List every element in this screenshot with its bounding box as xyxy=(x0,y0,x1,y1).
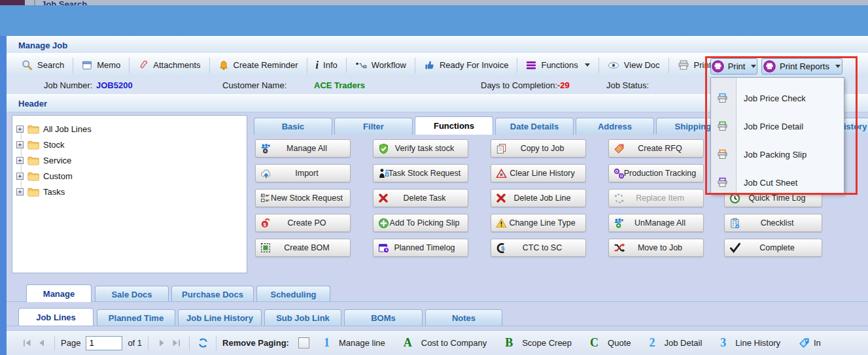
remove-paging-checkbox[interactable] xyxy=(298,337,309,348)
button-planned-timelog[interactable]: Planned Timelog xyxy=(373,239,468,257)
triangle-clear-icon xyxy=(496,168,507,179)
expand-plus-icon[interactable]: + xyxy=(16,173,24,180)
expand-plus-icon[interactable]: + xyxy=(16,141,24,148)
button-verify-task-stock[interactable]: Verify task stock xyxy=(373,139,468,158)
button-complete[interactable]: Complete xyxy=(724,239,822,257)
toolbar-button-print-reports[interactable]: Print Reports xyxy=(761,58,842,75)
tree-item-custom[interactable]: +Custom xyxy=(16,168,243,184)
legend-item: 1Manage line xyxy=(324,336,385,350)
tree-item-stock[interactable]: +Stock xyxy=(16,137,243,152)
button-new-stock-request[interactable]: New Stock Request xyxy=(255,189,351,207)
check-black-icon xyxy=(729,243,741,253)
tree-item-tasks[interactable]: +Tasks xyxy=(16,184,243,199)
plus-circle-icon xyxy=(378,218,389,229)
production-gears-icon xyxy=(614,168,625,179)
tab-basic[interactable]: Basic xyxy=(254,118,332,135)
last-page-button[interactable] xyxy=(169,336,183,350)
first-page-button[interactable] xyxy=(20,336,34,350)
tab-notes[interactable]: Notes xyxy=(425,309,502,326)
button-copy-to-job[interactable]: Copy to Job xyxy=(491,139,586,158)
tab-date-details[interactable]: Date Details xyxy=(495,118,574,135)
folder-icon xyxy=(27,187,39,197)
legend-item: In xyxy=(799,337,821,348)
button-clear-line-history[interactable]: Clear Line History xyxy=(491,164,586,182)
toolbar-button-search[interactable]: Search xyxy=(13,56,73,75)
workflow-icon xyxy=(355,60,367,71)
tab-address[interactable]: Address xyxy=(576,118,654,135)
page-of-label: of 1 xyxy=(128,338,142,348)
menu-item-job-cut-sheet[interactable]: Job Cut Sheet xyxy=(711,169,844,197)
expand-plus-icon[interactable]: + xyxy=(16,188,24,195)
button-create-bom[interactable]: Create BOM xyxy=(255,239,351,257)
info-value: JOB5200 xyxy=(96,80,133,90)
legend-item: 2Job Detail xyxy=(650,336,703,350)
tab-sub-job-link[interactable]: Sub Job Link xyxy=(264,309,341,326)
window-title-band xyxy=(0,5,868,36)
menu-item-job-price-check[interactable]: Job Price Check xyxy=(711,84,844,112)
tree-item-service[interactable]: +Service xyxy=(16,152,243,168)
legend-item: BScope Creep xyxy=(505,336,572,350)
info-icon: i xyxy=(316,60,319,71)
button-import[interactable]: Import xyxy=(255,164,351,182)
toolbar-button-workflow[interactable]: Workflow xyxy=(347,56,415,75)
button-checklist[interactable]: Checklist xyxy=(724,214,822,232)
toolbar-button-print[interactable]: Print xyxy=(710,58,757,75)
copy-docs-icon xyxy=(496,143,507,154)
expand-plus-icon[interactable]: + xyxy=(16,157,24,164)
tab-sale-docs[interactable]: Sale Docs xyxy=(95,286,169,302)
delete-x-icon xyxy=(496,193,506,203)
tab-baseline xyxy=(7,301,868,302)
refresh-button[interactable] xyxy=(196,336,210,350)
button-production-tracking[interactable]: Production Tracking xyxy=(608,164,704,182)
button-replace-item[interactable]: Replace Item xyxy=(608,189,704,207)
toolbar-button-memo[interactable]: Memo xyxy=(73,56,129,75)
tab-purchase-docs[interactable]: Purchase Docs xyxy=(171,286,254,302)
button-create-po[interactable]: $Create PO xyxy=(255,214,351,232)
toolbar-button-create-reminder[interactable]: Create Reminder xyxy=(210,56,307,75)
next-page-button[interactable] xyxy=(154,336,169,350)
tab-job-lines[interactable]: Job Lines xyxy=(18,308,94,326)
button-create-rfq[interactable]: Create RFQ xyxy=(608,139,704,158)
bell-icon xyxy=(218,60,229,71)
toolbar-button-view-doc[interactable]: View Doc xyxy=(599,56,668,75)
button-change-line-type[interactable]: Change Line Type xyxy=(491,214,586,232)
top-divider xyxy=(34,0,35,5)
tab-boms[interactable]: BOMs xyxy=(344,309,423,326)
button-manage-all[interactable]: Manage All xyxy=(255,139,351,158)
tab-scheduling[interactable]: Scheduling xyxy=(256,286,330,302)
toolbar-button-attachments[interactable]: Attachments xyxy=(130,56,209,75)
page-number-input[interactable] xyxy=(86,336,122,350)
button-add-to-picking-slip[interactable]: Add To Picking Slip xyxy=(373,214,468,232)
menu-item-job-price-detail[interactable]: Job Price Detail xyxy=(711,112,844,141)
pager-separator xyxy=(216,336,217,350)
toolbar-button-functions[interactable]: Functions xyxy=(517,56,598,75)
tab-functions[interactable]: Functions xyxy=(415,116,493,135)
menu-items: Job Price CheckJob Price DetailJob Packi… xyxy=(711,78,844,197)
button-ctc-to-sc[interactable]: $CTC to SC xyxy=(491,239,586,257)
menu-item-job-packing-slip[interactable]: Job Packing Slip xyxy=(711,141,844,169)
memo-icon xyxy=(82,60,92,71)
button-move-to-job[interactable]: Move to Job xyxy=(608,239,704,257)
button-delete-task[interactable]: Delete Task xyxy=(373,189,468,207)
button-delete-job-line[interactable]: Delete Job Line xyxy=(491,189,586,207)
manage-job-window: Job Search Manage Job SearchMemoAttachme… xyxy=(0,0,868,355)
tag-blue-icon xyxy=(799,337,810,348)
toolbar-button-ready-for-invoice[interactable]: Ready For Invoice xyxy=(415,56,517,75)
button-task-stock-request[interactable]: Task Stock Request xyxy=(373,164,468,182)
delete-x-icon xyxy=(378,193,389,203)
tab-job-search[interactable]: Job Search xyxy=(41,0,87,5)
legend: 1Manage lineACost to CompanyBScope Creep… xyxy=(324,336,839,350)
folder-icon xyxy=(27,156,39,165)
checklist-board-icon xyxy=(729,218,740,229)
button-unmanage-all[interactable]: UnManage All xyxy=(608,214,704,232)
calendar-clock-icon xyxy=(378,243,390,254)
tab-manage[interactable]: Manage xyxy=(26,284,92,302)
tab-filter[interactable]: Filter xyxy=(334,118,413,135)
tab-planned-time[interactable]: Planned Time xyxy=(97,309,175,326)
unmanage-all-icon xyxy=(614,218,625,229)
stock-form-icon xyxy=(260,193,271,203)
toolbar-button-info[interactable]: iInfo xyxy=(307,56,346,75)
prev-page-button[interactable] xyxy=(34,336,48,350)
tab-job-line-history[interactable]: Job Line History xyxy=(178,309,262,326)
printer-orange-icon xyxy=(717,149,728,160)
